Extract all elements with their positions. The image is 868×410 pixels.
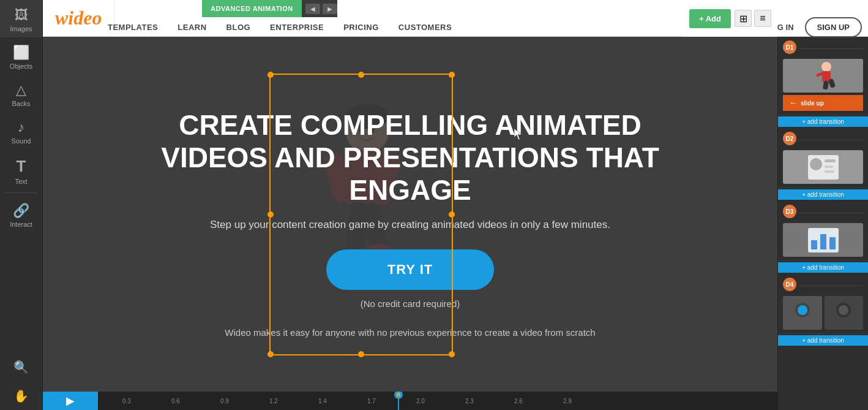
svg-point-18 — [810, 158, 822, 170]
sidebar-label-interact: Interact — [10, 221, 32, 228]
zoom-icon: 🔍 — [13, 360, 29, 374]
rp-thumb-1[interactable] — [783, 59, 863, 93]
nav-link-customers[interactable]: CUSTOMERS — [389, 17, 462, 37]
rp-thumb-4a[interactable] — [783, 296, 822, 330]
marker-9: 2.9 — [563, 398, 572, 404]
cursor-indicator — [514, 129, 520, 138]
backs-icon: △ — [16, 82, 26, 98]
svg-point-27 — [798, 305, 807, 315]
panel-icon-2[interactable]: ≡ — [754, 10, 771, 27]
add-transition-3[interactable]: + add transition — [778, 262, 868, 273]
sidebar-item-objects[interactable]: ⬜ Objects — [0, 37, 42, 75]
sidebar-divider — [4, 192, 38, 193]
rp-thumb-4b[interactable] — [825, 296, 864, 330]
sidebar-label-sound: Sound — [12, 137, 31, 145]
sidebar: 🖼 Images ⬜ Objects △ Backs ♪ Sound T Tex… — [0, 0, 43, 410]
nav-link-enterprise[interactable]: ENTERPRISE — [260, 17, 334, 37]
sidebar-item-backs[interactable]: △ Backs — [0, 75, 42, 112]
rp-thumb-pair — [783, 296, 863, 330]
svg-rect-25 — [829, 237, 836, 249]
arrow-left-btn[interactable]: ◀ — [305, 4, 320, 14]
sidebar-label-backs: Backs — [12, 100, 31, 107]
marker-1: 0.6 — [171, 398, 180, 404]
svg-marker-11 — [514, 129, 522, 140]
rp-badge-3: D3 — [783, 205, 796, 218]
hero-subtitle: Step up your content creation game by cr… — [210, 219, 610, 231]
rp-badge-1: D1 — [783, 40, 796, 54]
advanced-animation-btn[interactable]: ADVANCED ANIMATION — [202, 0, 302, 17]
svg-rect-23 — [811, 240, 817, 249]
rp-thumb-2[interactable] — [783, 150, 863, 184]
panel-icon-1[interactable]: ⊞ — [735, 10, 752, 27]
rp-badge-4: D4 — [783, 278, 796, 291]
sidebar-item-text[interactable]: T Text — [0, 150, 42, 190]
add-button[interactable]: + Add — [689, 9, 731, 28]
marker-2: 0.9 — [220, 398, 229, 404]
sidebar-label-text: Text — [15, 178, 27, 185]
svg-point-29 — [839, 305, 848, 315]
svg-rect-24 — [820, 234, 826, 249]
nav-link-pricing[interactable]: PRICING — [334, 17, 389, 37]
playhead-handle[interactable]: 🔒 — [394, 392, 403, 399]
rp-slide-1: D1 ← slide up — [778, 37, 868, 115]
arrow-right-btn[interactable]: ▶ — [323, 4, 337, 14]
nav-links: TEMPLATES LEARN BLOG ENTERPRISE PRICING … — [98, 17, 760, 37]
nav-link-templates[interactable]: TEMPLATES — [98, 17, 168, 37]
anim-toolbar: ADVANCED ANIMATION ◀ ▶ — [202, 0, 337, 17]
slide-up-btn[interactable]: ← slide up — [783, 95, 863, 111]
panel-icons: ⊞ ≡ — [735, 10, 771, 27]
sidebar-item-hand[interactable]: ✋ — [0, 381, 42, 410]
rp-thumb-3[interactable] — [783, 223, 863, 257]
bottom-text: Wideo makes it easy for anyone with no p… — [225, 327, 595, 338]
rp-slide-3: D3 — [778, 201, 868, 261]
marker-3: 1.2 — [269, 398, 278, 404]
try-it-button[interactable]: TRY IT — [326, 249, 494, 290]
sidebar-item-interact[interactable]: 🔗 Interact — [0, 196, 42, 233]
sidebar-item-zoom[interactable]: 🔍 — [0, 352, 42, 381]
marker-6: 2.0 — [416, 398, 425, 404]
sidebar-label-objects: Objects — [10, 63, 32, 70]
objects-icon: ⬜ — [13, 45, 29, 61]
add-btn-area: + Add ⊞ ≡ — [683, 0, 777, 37]
rp-badge-2: D2 — [783, 132, 796, 145]
main-canvas: CREATE COMPELLING ANIMATED VIDEOS AND PR… — [43, 37, 777, 410]
interact-icon: 🔗 — [13, 203, 29, 219]
svg-rect-16 — [828, 78, 835, 88]
svg-rect-21 — [825, 170, 834, 173]
play-icon: ▶ — [66, 394, 75, 408]
rp-slide-2: D2 — [778, 128, 868, 188]
add-transition-2[interactable]: + add transition — [778, 189, 868, 200]
nav-link-blog[interactable]: BLOG — [217, 17, 261, 37]
marker-8: 2.6 — [514, 398, 523, 404]
playhead[interactable]: 🔒 — [398, 392, 399, 410]
timeline-markers: 0.3 0.6 0.9 1.2 1.4 1.7 2.0 2.3 2.6 2.9 … — [98, 392, 777, 410]
add-transition-4[interactable]: + add transition — [778, 335, 868, 346]
play-button-area[interactable]: ▶ — [43, 392, 98, 410]
hero-title: CREATE COMPELLING ANIMATED VIDEOS AND PR… — [150, 109, 670, 207]
svg-rect-20 — [825, 165, 833, 168]
sidebar-item-images[interactable]: 🖼 Images — [0, 0, 42, 37]
hand-icon: ✋ — [13, 389, 29, 403]
images-icon: 🖼 — [15, 7, 28, 23]
timeline: ▶ 0.3 0.6 0.9 1.2 1.4 1.7 2.0 2.3 2.6 2.… — [43, 392, 777, 410]
nav-link-learn[interactable]: LEARN — [168, 17, 216, 37]
add-transition-1[interactable]: + add transition — [778, 116, 868, 127]
marker-7: 2.3 — [465, 398, 474, 404]
playhead-icon: 🔒 — [395, 392, 402, 397]
signup-button[interactable]: SIGN UP — [805, 17, 862, 37]
right-panel: D1 ← slide up + add transition D2 — [777, 37, 868, 410]
sidebar-item-sound[interactable]: ♪ Sound — [0, 112, 42, 150]
marker-0: 0.3 — [122, 398, 131, 404]
svg-point-12 — [821, 62, 831, 72]
no-card-text: (No credit card required) — [361, 298, 460, 309]
sidebar-label-images: Images — [10, 25, 32, 32]
marker-4: 1.4 — [318, 398, 327, 404]
rp-slide-4: D4 — [778, 274, 868, 334]
sound-icon: ♪ — [18, 120, 24, 135]
text-icon: T — [17, 157, 26, 176]
svg-rect-19 — [825, 159, 836, 162]
hero-overlay: CREATE COMPELLING ANIMATED VIDEOS AND PR… — [43, 37, 777, 410]
marker-5: 1.7 — [367, 398, 376, 404]
